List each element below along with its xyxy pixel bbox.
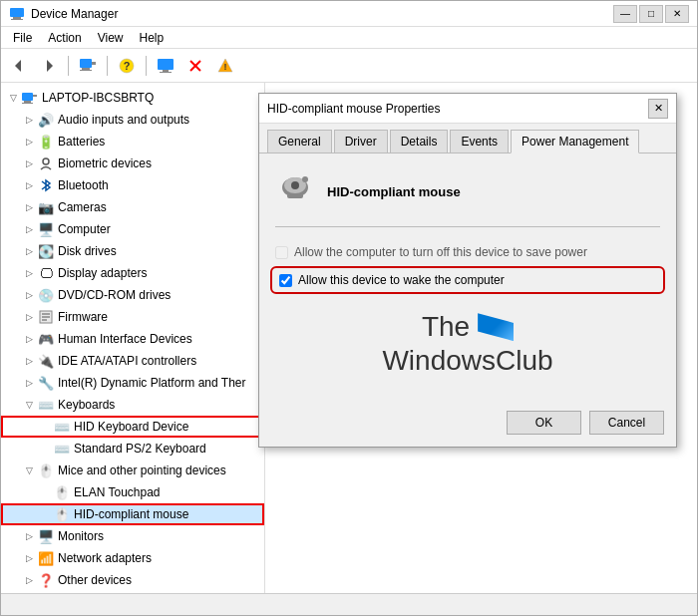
svg-rect-11 bbox=[158, 59, 174, 70]
svg-text:?: ? bbox=[124, 60, 131, 72]
properties-dialog: HID-compliant mouse Properties ✕ General… bbox=[258, 93, 677, 448]
app-icon bbox=[9, 6, 25, 22]
device-icon-large bbox=[275, 169, 315, 214]
svg-rect-0 bbox=[10, 8, 24, 17]
dialog-title-bar: HID-compliant mouse Properties ✕ bbox=[259, 94, 676, 124]
power-option-2-label: Allow this device to wake the computer bbox=[298, 273, 505, 287]
dialog-content: HID-compliant mouse Allow the computer t… bbox=[259, 154, 676, 403]
svg-point-31 bbox=[302, 176, 308, 182]
dialog-title-text: HID-compliant mouse Properties bbox=[267, 102, 440, 116]
svg-rect-6 bbox=[92, 62, 96, 65]
toolbar-help-button[interactable]: ? bbox=[113, 53, 141, 79]
toolbar-back-button[interactable] bbox=[5, 53, 33, 79]
tab-events[interactable]: Events bbox=[450, 130, 509, 153]
menu-bar: File Action View Help bbox=[1, 27, 697, 49]
watermark-line2: WindowsClub bbox=[382, 345, 552, 376]
power-option-2: Allow this device to wake the computer bbox=[275, 271, 660, 289]
svg-rect-7 bbox=[82, 68, 90, 70]
watermark-line1: The bbox=[422, 309, 470, 345]
svg-marker-4 bbox=[47, 60, 53, 72]
power-options: Allow the computer to turn off this devi… bbox=[275, 245, 660, 289]
toolbar-delete-button[interactable] bbox=[181, 53, 209, 79]
svg-rect-13 bbox=[160, 72, 172, 73]
watermark-area: The WindowsClub bbox=[275, 289, 660, 387]
status-bar bbox=[1, 593, 697, 615]
tab-driver[interactable]: Driver bbox=[334, 130, 388, 153]
svg-text:!: ! bbox=[224, 62, 227, 72]
toolbar-separator-3 bbox=[146, 56, 147, 76]
main-window: Device Manager — □ ✕ File Action View He… bbox=[0, 0, 698, 616]
menu-action[interactable]: Action bbox=[40, 29, 89, 47]
power-option-1: Allow the computer to turn off this devi… bbox=[275, 245, 660, 259]
close-button[interactable]: ✕ bbox=[665, 5, 689, 23]
power-option-1-label: Allow the computer to turn off this devi… bbox=[294, 245, 587, 259]
power-option-1-checkbox[interactable] bbox=[275, 246, 288, 259]
tab-power-management[interactable]: Power Management bbox=[511, 130, 639, 154]
toolbar-separator-2 bbox=[107, 56, 108, 76]
svg-rect-29 bbox=[287, 193, 303, 198]
device-name-text: HID-compliant mouse bbox=[327, 184, 461, 199]
dialog-tabs: General Driver Details Events Power Mana… bbox=[259, 124, 676, 154]
menu-view[interactable]: View bbox=[90, 29, 132, 47]
dialog-close-button[interactable]: ✕ bbox=[648, 99, 668, 119]
device-header: HID-compliant mouse bbox=[275, 169, 660, 227]
svg-rect-5 bbox=[80, 59, 92, 68]
title-bar-text: Device Manager bbox=[31, 7, 118, 21]
toolbar-computer-button[interactable] bbox=[74, 53, 102, 79]
svg-marker-3 bbox=[15, 60, 21, 72]
minimize-button[interactable]: — bbox=[613, 5, 637, 23]
toolbar-forward-button[interactable] bbox=[35, 53, 63, 79]
cancel-button[interactable]: Cancel bbox=[589, 411, 664, 435]
svg-rect-2 bbox=[11, 19, 23, 20]
title-bar-controls: — □ ✕ bbox=[613, 5, 689, 23]
tab-details[interactable]: Details bbox=[390, 130, 449, 153]
toolbar: ? ! bbox=[1, 49, 697, 83]
maximize-button[interactable]: □ bbox=[639, 5, 663, 23]
svg-rect-1 bbox=[13, 17, 21, 19]
svg-rect-12 bbox=[163, 70, 169, 72]
title-bar-left: Device Manager bbox=[9, 6, 118, 22]
power-option-2-checkbox[interactable] bbox=[279, 274, 292, 287]
toolbar-warning-button[interactable]: ! bbox=[211, 53, 239, 79]
toolbar-separator-1 bbox=[68, 56, 69, 76]
tab-general[interactable]: General bbox=[267, 130, 332, 153]
title-bar: Device Manager — □ ✕ bbox=[1, 1, 697, 27]
dialog-footer: OK Cancel bbox=[259, 403, 676, 447]
menu-file[interactable]: File bbox=[5, 29, 40, 47]
content-area: ▽ LAPTOP-IBCSBRTQ ▷ 🔊 Audio inputs and o… bbox=[1, 83, 697, 593]
svg-rect-8 bbox=[80, 70, 92, 71]
toolbar-monitor-button[interactable] bbox=[152, 53, 179, 79]
menu-help[interactable]: Help bbox=[132, 29, 173, 47]
ok-button[interactable]: OK bbox=[507, 411, 581, 435]
svg-point-30 bbox=[291, 181, 299, 189]
dialog-overlay: HID-compliant mouse Properties ✕ General… bbox=[1, 83, 697, 593]
